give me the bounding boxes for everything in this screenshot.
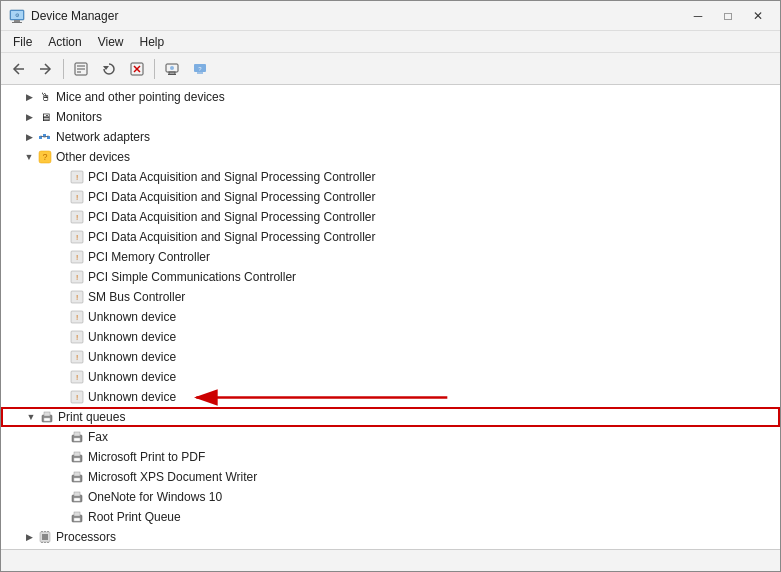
pci2-label: PCI Data Acquisition and Signal Processi…	[88, 190, 375, 204]
tree-item-security[interactable]: ▶ 🔒 Security devices	[1, 547, 780, 549]
expander-other[interactable]: ▼	[21, 149, 37, 165]
tree-item-pcimem[interactable]: ▶ ! PCI Memory Controller	[1, 247, 780, 267]
tree-item-pci4[interactable]: ▶ ! PCI Data Acquisition and Signal Proc…	[1, 227, 780, 247]
tree-item-mice[interactable]: ▶ 🖱 Mice and other pointing devices	[1, 87, 780, 107]
minimize-button[interactable]: ─	[684, 6, 712, 26]
pci4-label: PCI Data Acquisition and Signal Processi…	[88, 230, 375, 244]
onenote-icon	[69, 489, 85, 505]
unk3-icon: !	[69, 349, 85, 365]
unk3-label: Unknown device	[88, 350, 176, 364]
forward-button[interactable]	[33, 56, 59, 82]
tree-item-other[interactable]: ▼ ? Other devices	[1, 147, 780, 167]
expander-processors[interactable]: ▶	[21, 529, 37, 545]
tree-item-onenote[interactable]: ▶ OneNote for Windows 10	[1, 487, 780, 507]
mice-label: Mice and other pointing devices	[56, 90, 225, 104]
svg-rect-58	[74, 438, 80, 441]
unk2-icon: !	[69, 329, 85, 345]
tree-item-smbus[interactable]: ▶ ! SM Bus Controller	[1, 287, 780, 307]
onenote-label: OneNote for Windows 10	[88, 490, 222, 504]
svg-rect-72	[42, 534, 48, 540]
tree-item-pci3[interactable]: ▶ ! PCI Data Acquisition and Signal Proc…	[1, 207, 780, 227]
svg-rect-20	[197, 72, 203, 74]
svg-text:!: !	[76, 353, 78, 362]
tree-item-unk3[interactable]: ▶ ! Unknown device	[1, 347, 780, 367]
maximize-button[interactable]: □	[714, 6, 742, 26]
other-icon: ?	[37, 149, 53, 165]
expander-mice[interactable]: ▶	[21, 89, 37, 105]
update-button[interactable]	[96, 56, 122, 82]
pcicomm-label: PCI Simple Communications Controller	[88, 270, 296, 284]
tree-item-unk1[interactable]: ▶ ! Unknown device	[1, 307, 780, 327]
svg-rect-66	[74, 492, 80, 496]
svg-text:!: !	[76, 373, 78, 382]
toolbar-separator-1	[63, 59, 64, 79]
scan-button[interactable]	[159, 56, 185, 82]
menu-file[interactable]: File	[5, 33, 40, 51]
title-bar-left: ⚙ Device Manager	[9, 8, 118, 24]
unk4-label: Unknown device	[88, 370, 176, 384]
pcimem-icon: !	[69, 249, 85, 265]
toolbar-separator-2	[154, 59, 155, 79]
close-button[interactable]: ✕	[744, 6, 772, 26]
tree-item-unk2[interactable]: ▶ ! Unknown device	[1, 327, 780, 347]
svg-rect-55	[44, 418, 50, 421]
mice-icon: 🖱	[37, 89, 53, 105]
device-manager-window: ⚙ Device Manager ─ □ ✕ File Action View …	[0, 0, 781, 572]
menu-view[interactable]: View	[90, 33, 132, 51]
svg-rect-57	[74, 432, 80, 436]
pci2-icon: !	[69, 189, 85, 205]
unk5-icon: !	[69, 389, 85, 405]
tree-item-pcicomm[interactable]: ▶ ! PCI Simple Communications Controller	[1, 267, 780, 287]
pcimem-label: PCI Memory Controller	[88, 250, 210, 264]
tree-item-printq[interactable]: ▼ Print queues	[1, 407, 780, 427]
svg-rect-17	[168, 74, 176, 75]
tree-item-pci2[interactable]: ▶ ! PCI Data Acquisition and Signal Proc…	[1, 187, 780, 207]
svg-rect-69	[74, 512, 80, 516]
svg-text:!: !	[76, 213, 78, 222]
mspdf-label: Microsoft Print to PDF	[88, 450, 205, 464]
svg-rect-63	[74, 472, 80, 476]
menu-help[interactable]: Help	[132, 33, 173, 51]
svg-rect-70	[74, 518, 80, 521]
processors-icon	[37, 529, 53, 545]
svg-text:!: !	[76, 253, 78, 262]
properties-button[interactable]	[68, 56, 94, 82]
svg-rect-67	[74, 498, 80, 501]
pci1-icon: !	[69, 169, 85, 185]
svg-rect-16	[169, 72, 175, 74]
svg-rect-2	[12, 22, 22, 23]
tree-item-mspdf[interactable]: ▶ Microsoft Print to PDF	[1, 447, 780, 467]
menu-action[interactable]: Action	[40, 33, 89, 51]
tree-item-monitors[interactable]: ▶ 🖥 Monitors	[1, 107, 780, 127]
unk4-icon: !	[69, 369, 85, 385]
tree-view[interactable]: ▶ 🖱 Mice and other pointing devices ▶ 🖥 …	[1, 85, 780, 549]
tree-item-rootpq[interactable]: ▶ Root Print Queue	[1, 507, 780, 527]
tree-item-fax[interactable]: ▶ Fax	[1, 427, 780, 447]
status-bar	[1, 549, 780, 571]
tree-item-processors[interactable]: ▶ Processors	[1, 527, 780, 547]
xps-icon	[69, 469, 85, 485]
expander-monitors[interactable]: ▶	[21, 109, 37, 125]
fax-label: Fax	[88, 430, 108, 444]
tree-item-unk4[interactable]: ▶ ! Unknown device	[1, 367, 780, 387]
svg-rect-60	[74, 452, 80, 456]
unk5-label: Unknown device	[88, 390, 176, 404]
tree-item-pci1[interactable]: ▶ ! PCI Data Acquisition and Signal Proc…	[1, 167, 780, 187]
menu-bar: File Action View Help	[1, 31, 780, 53]
smbus-label: SM Bus Controller	[88, 290, 185, 304]
uninstall-button[interactable]	[124, 56, 150, 82]
help-button[interactable]: ?	[187, 56, 213, 82]
expander-printq[interactable]: ▼	[23, 409, 39, 425]
fax-icon	[69, 429, 85, 445]
back-button[interactable]	[5, 56, 31, 82]
tree-item-xps[interactable]: ▶ Microsoft XPS Document Writer	[1, 467, 780, 487]
svg-text:!: !	[76, 233, 78, 242]
tree-item-network[interactable]: ▶ Network adapters	[1, 127, 780, 147]
svg-rect-1	[14, 20, 20, 22]
tree-item-unk5[interactable]: ▶ ! Unknown device	[1, 387, 780, 407]
svg-text:!: !	[76, 313, 78, 322]
unk1-icon: !	[69, 309, 85, 325]
title-bar: ⚙ Device Manager ─ □ ✕	[1, 1, 780, 31]
svg-rect-61	[74, 458, 80, 461]
expander-network[interactable]: ▶	[21, 129, 37, 145]
